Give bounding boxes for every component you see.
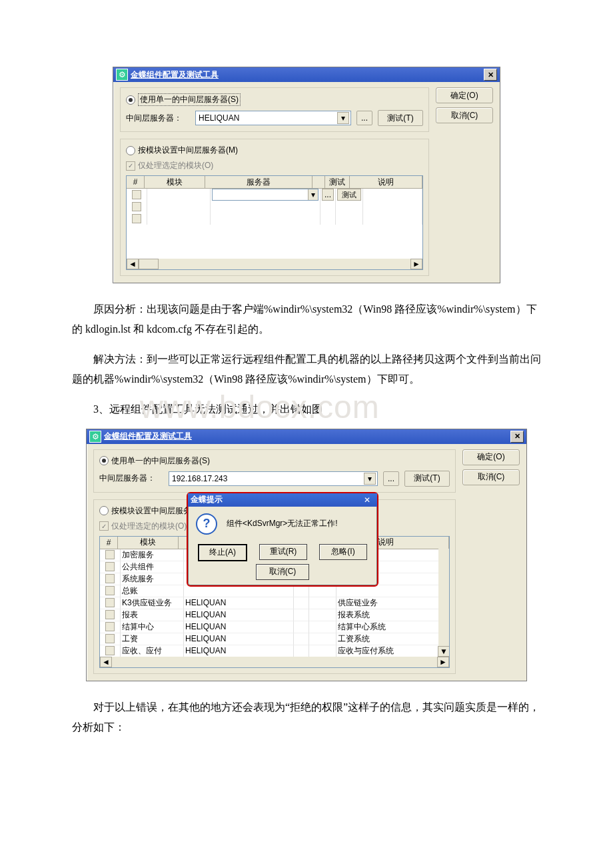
config-dialog-2: ⚙ 金蝶组件配置及测试工具 ✕ 使用单一的中间层服务器(S) 中间层服务器： 1… bbox=[86, 429, 527, 681]
cell-module: 工资 bbox=[121, 633, 184, 645]
cell-module: 加密服务 bbox=[121, 549, 184, 561]
cell-module: 系统服务 bbox=[121, 573, 184, 585]
col-desc: 说明 bbox=[350, 176, 422, 188]
chevron-down-icon[interactable]: ▾ bbox=[308, 189, 318, 200]
modal-cancel-button[interactable]: 取消(C) bbox=[256, 564, 309, 580]
chevron-down-icon[interactable]: ▾ bbox=[337, 112, 349, 124]
cell-desc bbox=[336, 585, 449, 597]
col-module: 模块 bbox=[118, 537, 179, 549]
cell-test[interactable]: 测试 bbox=[336, 189, 363, 201]
row-checkbox[interactable] bbox=[105, 562, 115, 571]
radio-single-server[interactable] bbox=[126, 95, 135, 105]
cell-desc bbox=[363, 189, 422, 201]
cancel-button[interactable]: 取消(C) bbox=[436, 107, 493, 123]
col-test: 测试 bbox=[325, 176, 350, 188]
v-scrollbar[interactable]: ▼ bbox=[438, 549, 449, 657]
col-module: 模块 bbox=[145, 176, 205, 188]
row-checkbox[interactable] bbox=[105, 646, 115, 655]
close-icon[interactable]: ✕ bbox=[364, 495, 374, 505]
h-scrollbar[interactable]: ◄ ► bbox=[100, 657, 449, 667]
radio-single-server[interactable] bbox=[99, 456, 109, 465]
row-checkbox[interactable] bbox=[132, 190, 141, 199]
row-checkbox[interactable] bbox=[132, 214, 141, 223]
close-icon[interactable]: ✕ bbox=[484, 69, 497, 81]
cell-server-combo[interactable]: ▾ bbox=[211, 189, 320, 201]
chevron-down-icon[interactable]: ▾ bbox=[364, 473, 376, 485]
table-row[interactable]: K3供应链业务HELIQUAN供应链业务 bbox=[100, 597, 449, 609]
cell-desc: 结算中心系统 bbox=[336, 621, 449, 633]
only-selected-checkbox[interactable] bbox=[99, 521, 109, 531]
abort-button[interactable]: 终止(A) bbox=[198, 544, 247, 561]
ok-button[interactable]: 确定(O) bbox=[436, 87, 493, 103]
scroll-thumb[interactable] bbox=[139, 259, 159, 269]
col-num: # bbox=[100, 537, 118, 549]
server-label: 中间层服务器： bbox=[126, 113, 190, 124]
app-icon: ⚙ bbox=[116, 69, 128, 81]
ok-button[interactable]: 确定(O) bbox=[462, 449, 520, 465]
cancel-button[interactable]: 取消(C) bbox=[462, 469, 520, 485]
module-table: # 模块 服务器 测试 说明 ▾ bbox=[126, 175, 423, 270]
row-checkbox[interactable] bbox=[105, 550, 115, 559]
row-checkbox[interactable] bbox=[105, 598, 115, 607]
test-button[interactable]: 测试(T) bbox=[378, 110, 423, 126]
radio-per-module-label: 按模块设置中间层服务器(M) bbox=[138, 145, 238, 156]
table-row[interactable]: 工资HELIQUAN工资系统 bbox=[100, 633, 449, 645]
scroll-left-icon[interactable]: ◄ bbox=[100, 657, 112, 667]
scroll-right-icon[interactable]: ► bbox=[437, 657, 449, 667]
server-value: 192.168.17.243 bbox=[172, 474, 364, 483]
config-dialog-1: ⚙ 金蝶组件配置及测试工具 ✕ 使用单一的中间层服务器(S) 中间层服务器： H… bbox=[113, 67, 500, 283]
scroll-left-icon[interactable]: ◄ bbox=[127, 259, 139, 269]
browse-button[interactable]: ... bbox=[356, 111, 372, 125]
paragraph-conclusion: 对于以上错误，在其他的地方还会表现为“拒绝的权限”这样子的信息，其实问题实质是一… bbox=[72, 697, 541, 738]
cell-server: HELIQUAN bbox=[184, 609, 294, 621]
radio-per-module[interactable] bbox=[99, 506, 109, 515]
titlebar[interactable]: ⚙ 金蝶组件配置及测试工具 ✕ bbox=[87, 429, 526, 444]
h-scrollbar[interactable]: ◄ ► bbox=[127, 259, 422, 269]
test-button[interactable]: 测试(T) bbox=[404, 471, 450, 487]
server-label: 中间层服务器： bbox=[99, 473, 163, 484]
ignore-button[interactable]: 忽略(I) bbox=[319, 544, 367, 560]
error-modal: 金蝶提示 ✕ ? 组件<KdSvrMgr>无法正常工作! 终止(A) 重试(R)… bbox=[187, 492, 378, 587]
table-row[interactable]: 报表HELIQUAN报表系统 bbox=[100, 609, 449, 621]
cell-server: HELIQUAN bbox=[184, 633, 294, 645]
cell-server: HELIQUAN bbox=[184, 597, 294, 609]
server-value: HELIQUAN bbox=[199, 113, 337, 123]
cell-module: 总账 bbox=[121, 585, 184, 597]
cell-module: 结算中心 bbox=[121, 621, 184, 633]
scroll-right-icon[interactable]: ► bbox=[410, 259, 422, 269]
radio-per-module[interactable] bbox=[126, 146, 135, 155]
title-text: 金蝶组件配置及测试工具 bbox=[104, 431, 510, 442]
cell-desc: 应收与应付系统 bbox=[336, 645, 449, 657]
titlebar[interactable]: ⚙ 金蝶组件配置及测试工具 ✕ bbox=[113, 67, 500, 82]
retry-button[interactable]: 重试(R) bbox=[259, 544, 307, 560]
only-selected-checkbox[interactable] bbox=[126, 161, 135, 171]
cell-module: K3供应链业务 bbox=[121, 597, 184, 609]
cell-dots[interactable]: ... bbox=[320, 189, 336, 201]
cell-server bbox=[184, 585, 294, 597]
cell-desc: 报表系统 bbox=[336, 609, 449, 621]
modal-message: 组件<KdSvrMgr>无法正常工作! bbox=[227, 518, 338, 529]
server-combo[interactable]: HELIQUAN ▾ bbox=[195, 111, 351, 125]
close-icon[interactable]: ✕ bbox=[510, 431, 524, 443]
browse-button[interactable]: ... bbox=[383, 471, 399, 486]
table-row[interactable]: 总账 bbox=[100, 585, 449, 597]
table-row[interactable]: 结算中心HELIQUAN结算中心系统 bbox=[100, 621, 449, 633]
row-checkbox[interactable] bbox=[105, 610, 115, 619]
col-server: 服务器 bbox=[205, 176, 312, 188]
row-checkbox[interactable] bbox=[105, 586, 115, 595]
row-checkbox[interactable] bbox=[132, 202, 141, 211]
cell-desc: 供应链业务 bbox=[336, 597, 449, 609]
radio-single-label: 使用单一的中间层服务器(S) bbox=[111, 455, 210, 467]
row-checkbox[interactable] bbox=[105, 574, 115, 583]
col-blank bbox=[312, 176, 325, 188]
row-checkbox[interactable] bbox=[105, 634, 115, 643]
table-row[interactable]: 应收、应付HELIQUAN应收与应付系统 bbox=[100, 645, 449, 657]
paragraph-item3: 3、远程组件配置工具无法测试通过，并出错如图 bbox=[72, 399, 541, 419]
paragraph-cause: 原因分析：出现该问题是由于客户端%windir%\system32（Win98 … bbox=[72, 299, 541, 340]
app-icon: ⚙ bbox=[89, 431, 101, 443]
cell-module: 公共组件 bbox=[121, 561, 184, 573]
server-combo[interactable]: 192.168.17.243 ▾ bbox=[169, 471, 378, 486]
modal-titlebar[interactable]: 金蝶提示 ✕ bbox=[188, 493, 377, 507]
scroll-down-icon[interactable]: ▼ bbox=[438, 646, 450, 657]
row-checkbox[interactable] bbox=[105, 622, 115, 631]
